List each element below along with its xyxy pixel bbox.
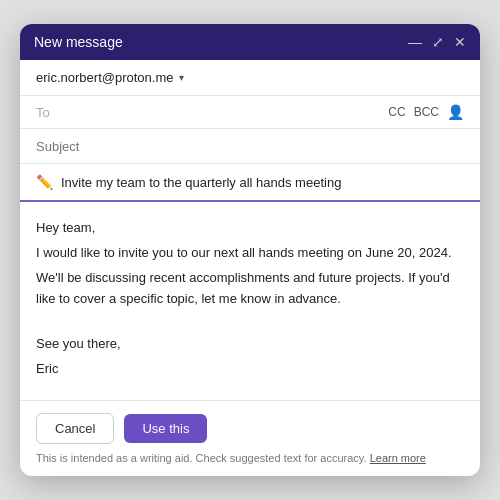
subject-row: [20, 129, 480, 164]
to-placeholder[interactable]: To: [36, 105, 388, 120]
subject-input[interactable]: [36, 139, 464, 154]
from-dropdown-arrow[interactable]: ▾: [179, 72, 184, 83]
window-controls: — ⤢ ✕: [408, 35, 466, 49]
minimize-button[interactable]: —: [408, 35, 422, 49]
use-this-button[interactable]: Use this: [124, 414, 207, 443]
ai-suggestion-text: Invite my team to the quarterly all hand…: [61, 175, 341, 190]
cc-button[interactable]: CC: [388, 105, 405, 119]
expand-button[interactable]: ⤢: [432, 35, 444, 49]
add-contact-icon[interactable]: 👤: [447, 104, 464, 120]
window-title: New message: [34, 34, 123, 50]
bcc-button[interactable]: BCC: [414, 105, 439, 119]
email-body: Hey team, I would like to invite you to …: [20, 202, 480, 400]
to-actions: CC BCC 👤: [388, 104, 464, 120]
ai-suggestion-row: ✏️ Invite my team to the quarterly all h…: [20, 164, 480, 202]
cancel-button[interactable]: Cancel: [36, 413, 114, 444]
to-row: To CC BCC 👤: [20, 96, 480, 129]
ai-icon: ✏️: [36, 174, 53, 190]
from-email: eric.norbert@proton.me: [36, 70, 173, 85]
close-button[interactable]: ✕: [454, 35, 466, 49]
body-line-5: Eric: [36, 359, 464, 380]
body-line-4: See you there,: [36, 334, 464, 355]
disclaimer-text: This is intended as a writing aid. Check…: [36, 452, 464, 464]
learn-more-link[interactable]: Learn more: [370, 452, 426, 464]
from-row: eric.norbert@proton.me ▾: [20, 60, 480, 96]
disclaimer-main: This is intended as a writing aid. Check…: [36, 452, 367, 464]
footer: Cancel Use this This is intended as a wr…: [20, 400, 480, 476]
body-line-1: Hey team,: [36, 218, 464, 239]
titlebar: New message — ⤢ ✕: [20, 24, 480, 60]
body-line-3: We'll be discussing recent accomplishmen…: [36, 268, 464, 310]
body-line-2: I would like to invite you to our next a…: [36, 243, 464, 264]
footer-buttons: Cancel Use this: [36, 413, 464, 444]
compose-window: New message — ⤢ ✕ eric.norbert@proton.me…: [20, 24, 480, 476]
email-body-text: Hey team, I would like to invite you to …: [36, 218, 464, 380]
